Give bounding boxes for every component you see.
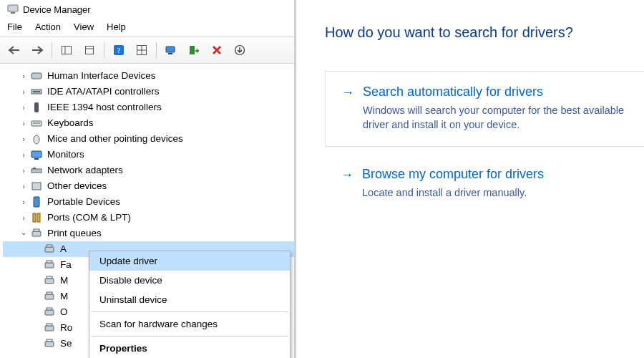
toolbar-separator bbox=[156, 42, 157, 58]
update-driver-wizard: How do you want to search for drivers? →… bbox=[296, 0, 644, 358]
svg-rect-1 bbox=[11, 12, 15, 14]
option-description: Windows will search your computer for th… bbox=[341, 104, 629, 132]
option-title: Search automatically for drivers bbox=[363, 84, 543, 100]
context-menu: Update driver Disable device Uninstall d… bbox=[89, 251, 291, 358]
collapse-icon[interactable]: › bbox=[20, 228, 28, 238]
svg-rect-35 bbox=[47, 245, 52, 247]
hid-icon bbox=[30, 69, 43, 82]
ctx-update-driver[interactable]: Update driver bbox=[89, 251, 290, 271]
svg-rect-27 bbox=[33, 168, 36, 169]
svg-point-23 bbox=[34, 135, 39, 144]
tree-node-keyboards[interactable]: › Keyboards bbox=[3, 115, 294, 131]
tree-label: Portable Devices bbox=[47, 197, 120, 207]
action-button[interactable] bbox=[132, 40, 152, 60]
tree-node-mice[interactable]: › Mice and other pointing devices bbox=[3, 131, 294, 147]
printer-icon bbox=[43, 243, 56, 256]
arrow-right-icon: → bbox=[341, 168, 353, 181]
uninstall-button[interactable] bbox=[207, 40, 227, 60]
tree-label: Ro bbox=[60, 323, 72, 333]
expand-icon[interactable]: › bbox=[19, 198, 29, 206]
tree-label: M bbox=[60, 276, 68, 286]
device-manager-icon bbox=[7, 4, 19, 15]
ctx-scan-hardware[interactable]: Scan for hardware changes bbox=[89, 314, 290, 334]
add-legacy-button[interactable] bbox=[184, 40, 204, 60]
context-menu-separator bbox=[91, 311, 288, 312]
svg-rect-30 bbox=[33, 213, 36, 222]
svg-rect-40 bbox=[45, 294, 54, 299]
svg-rect-41 bbox=[47, 292, 52, 294]
tree-label: A bbox=[60, 244, 67, 254]
svg-rect-47 bbox=[47, 339, 52, 342]
tree-label: O bbox=[60, 307, 68, 317]
ide-icon bbox=[30, 85, 43, 98]
expand-icon[interactable]: › bbox=[19, 72, 29, 80]
printer-icon bbox=[43, 290, 56, 303]
expand-icon[interactable]: › bbox=[19, 214, 29, 222]
svg-rect-4 bbox=[86, 47, 94, 54]
svg-rect-39 bbox=[47, 276, 52, 279]
svg-rect-43 bbox=[47, 308, 52, 310]
option-search-automatically[interactable]: → Search automatically for drivers Windo… bbox=[325, 71, 644, 147]
properties-button[interactable] bbox=[79, 40, 99, 60]
svg-rect-46 bbox=[45, 342, 54, 347]
help-button[interactable]: ? bbox=[109, 40, 129, 60]
tree-node-ports[interactable]: › Ports (COM & LPT) bbox=[3, 210, 294, 226]
expand-icon[interactable]: › bbox=[19, 120, 29, 127]
svg-rect-38 bbox=[45, 279, 54, 284]
expand-icon[interactable]: › bbox=[19, 104, 29, 112]
update-driver-button[interactable] bbox=[230, 40, 250, 60]
svg-rect-12 bbox=[168, 53, 172, 54]
menu-action[interactable]: Action bbox=[35, 21, 61, 32]
svg-rect-19 bbox=[33, 91, 40, 92]
svg-rect-44 bbox=[45, 326, 54, 331]
menu-file[interactable]: File bbox=[7, 21, 22, 32]
window-title: Device Manager bbox=[23, 4, 91, 15]
tree-node-ieee1394[interactable]: › IEEE 1394 host controllers bbox=[3, 100, 294, 115]
tree-label: IDE ATA/ATAPI controllers bbox=[47, 87, 160, 97]
ctx-properties[interactable]: Properties bbox=[89, 339, 290, 358]
network-icon bbox=[30, 164, 43, 177]
option-browse-computer[interactable]: → Browse my computer for drivers Locate … bbox=[325, 165, 644, 215]
svg-rect-0 bbox=[8, 5, 18, 11]
forward-button[interactable] bbox=[27, 40, 47, 60]
ports-icon bbox=[30, 211, 43, 224]
tree-label: Other devices bbox=[47, 181, 107, 191]
show-hide-tree-button[interactable] bbox=[57, 40, 77, 60]
toolbar: ? bbox=[0, 37, 294, 64]
tree-label: Print queues bbox=[47, 228, 102, 238]
ctx-uninstall[interactable]: Uninstall device bbox=[89, 290, 290, 309]
menu-help[interactable]: Help bbox=[107, 21, 126, 32]
tree-label: IEEE 1394 host controllers bbox=[47, 102, 162, 112]
tree-label: Se bbox=[60, 339, 72, 349]
expand-icon[interactable]: › bbox=[19, 167, 29, 175]
back-button[interactable] bbox=[4, 40, 24, 60]
tree-node-print-queues[interactable]: › Print queues bbox=[3, 226, 294, 241]
title-bar: Device Manager bbox=[0, 0, 294, 19]
expand-icon[interactable]: › bbox=[19, 88, 29, 96]
context-menu-separator bbox=[91, 336, 288, 337]
tree-label: Mice and other pointing devices bbox=[47, 134, 183, 144]
ctx-disable-device[interactable]: Disable device bbox=[89, 271, 290, 290]
svg-rect-2 bbox=[62, 47, 72, 54]
tree-node-other[interactable]: › Other devices bbox=[3, 178, 294, 194]
tree-node-network[interactable]: › Network adapters bbox=[3, 163, 294, 178]
svg-rect-17 bbox=[31, 73, 42, 79]
svg-text:?: ? bbox=[117, 46, 121, 54]
firewire-icon bbox=[30, 101, 43, 114]
tree-node-monitors[interactable]: › Monitors bbox=[3, 147, 294, 163]
monitor-icon bbox=[30, 148, 43, 161]
expand-icon[interactable]: › bbox=[19, 135, 29, 143]
expand-icon[interactable]: › bbox=[19, 183, 29, 190]
menu-view[interactable]: View bbox=[74, 21, 94, 32]
scan-hardware-button[interactable] bbox=[161, 40, 181, 60]
device-manager-window: Device Manager File Action View Help bbox=[0, 0, 296, 358]
svg-rect-31 bbox=[37, 213, 40, 222]
tree-node-portable[interactable]: › Portable Devices bbox=[3, 194, 294, 210]
expand-icon[interactable]: › bbox=[19, 151, 29, 159]
tree-node-hid[interactable]: › Human Interface Devices bbox=[3, 68, 294, 84]
tree-label: Keyboards bbox=[47, 118, 94, 128]
tree-node-ide[interactable]: › IDE ATA/ATAPI controllers bbox=[3, 84, 294, 100]
svg-rect-33 bbox=[34, 229, 39, 231]
option-description: Locate and install a driver manually. bbox=[341, 186, 630, 200]
svg-rect-32 bbox=[32, 231, 41, 236]
